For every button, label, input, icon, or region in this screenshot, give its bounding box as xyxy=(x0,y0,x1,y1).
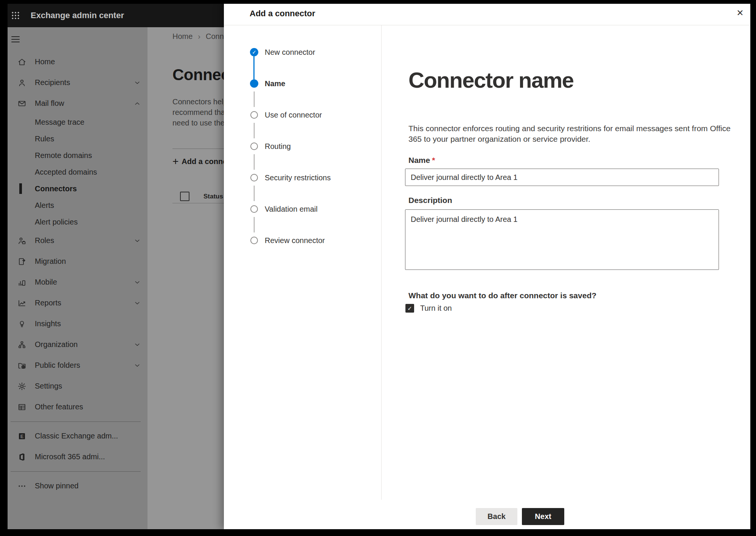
sidebar-item-classic-exchange-adm[interactable]: EClassic Exchange adm... xyxy=(8,426,147,446)
connector-description-input[interactable] xyxy=(405,209,719,270)
name-field-label: Name* xyxy=(408,156,435,165)
mail-flow-icon xyxy=(17,99,26,108)
step-label-security-restrictions[interactable]: Security restrictions xyxy=(265,172,331,183)
chevron-down-icon xyxy=(134,79,141,86)
breadcrumb-home-link[interactable]: Home xyxy=(172,32,192,40)
sidebar-item-roles[interactable]: Roles xyxy=(8,230,147,251)
public-folders-icon xyxy=(17,361,26,370)
select-all-checkbox[interactable] xyxy=(180,192,189,201)
step-connector-line xyxy=(253,56,255,79)
wizard-divider xyxy=(381,25,382,500)
after-save-question: What do you want to do after connector i… xyxy=(408,291,596,300)
settings-icon xyxy=(17,382,26,391)
sidebar-item-accepted-domains[interactable]: Accepted domains xyxy=(8,164,147,180)
step-circle-routing[interactable] xyxy=(250,143,258,150)
step-connector-line xyxy=(254,217,255,232)
roles-icon xyxy=(17,236,26,245)
sidebar-item-label: Migration xyxy=(35,257,66,266)
chevron-down-icon xyxy=(134,341,141,348)
sidebar-item-label: Reports xyxy=(35,299,61,307)
sidebar-item-mobile[interactable]: Mobile xyxy=(8,272,147,293)
turn-it-on-checkbox[interactable]: ✓ xyxy=(405,304,414,313)
step-circle-name[interactable] xyxy=(250,79,258,88)
sidebar-item-connectors[interactable]: Connectors xyxy=(8,180,147,197)
step-circle-validation-email[interactable] xyxy=(250,205,258,213)
exchange-admin-page: Exchange admin center HomeRecipientsMail… xyxy=(8,4,750,529)
sidebar-item-home[interactable]: Home xyxy=(8,51,147,72)
sidebar-item-mail-flow[interactable]: Mail flow xyxy=(8,93,147,114)
step-label-name[interactable]: Name xyxy=(265,78,285,89)
sidebar-item-label: Roles xyxy=(35,236,54,245)
screenshot-root: Exchange admin center HomeRecipientsMail… xyxy=(0,0,756,536)
sidebar-item-reports[interactable]: Reports xyxy=(8,293,147,313)
mobile-icon xyxy=(17,278,26,287)
connector-name-input[interactable] xyxy=(405,169,719,186)
sidebar-item-organization[interactable]: Organization xyxy=(8,334,147,355)
sidebar: HomeRecipientsMail flowMessage traceRule… xyxy=(8,27,147,529)
sidebar-item-remote-domains[interactable]: Remote domains xyxy=(8,147,147,164)
sidebar-item-public-folders[interactable]: Public folders xyxy=(8,355,147,376)
step-label-routing[interactable]: Routing xyxy=(265,141,291,152)
sidebar-item-alerts[interactable]: Alerts xyxy=(8,197,147,214)
hamburger-icon[interactable] xyxy=(10,34,21,45)
step-circle-new-connector-check-icon[interactable]: ✓ xyxy=(250,48,258,56)
sidebar-divider xyxy=(8,467,147,476)
step-label-use-of-connector[interactable]: Use of connector xyxy=(265,110,322,120)
sidebar-item-other-features[interactable]: Other features xyxy=(8,397,147,417)
sidebar-item-label: Microsoft 365 admi... xyxy=(35,452,105,461)
step-label-validation-email[interactable]: Validation email xyxy=(265,204,318,214)
step-connector-line xyxy=(254,91,255,107)
sidebar-item-show-pinned[interactable]: Show pinned xyxy=(8,476,147,496)
home-icon xyxy=(17,57,26,67)
required-asterisk: * xyxy=(432,156,435,164)
table-header-divider xyxy=(172,203,224,203)
status-column-header[interactable]: Status xyxy=(203,193,223,200)
sidebar-divider xyxy=(8,417,147,426)
other-features-icon xyxy=(17,403,26,412)
step-description: This connector enforces routing and secu… xyxy=(408,123,732,144)
sidebar-item-label: Remote domains xyxy=(35,151,92,160)
step-label-review-connector[interactable]: Review connector xyxy=(265,235,325,246)
turn-it-on-label: Turn it on xyxy=(420,304,452,313)
dialog-header-divider xyxy=(224,25,750,25)
sidebar-item-settings[interactable]: Settings xyxy=(8,376,147,397)
step-connector-line xyxy=(254,186,255,201)
next-button[interactable]: Next xyxy=(522,508,564,525)
sidebar-nav: HomeRecipientsMail flowMessage traceRule… xyxy=(8,51,147,496)
sidebar-item-migration[interactable]: Migration xyxy=(8,251,147,272)
organization-icon xyxy=(17,340,26,349)
step-label-new-connector[interactable]: New connector xyxy=(265,47,315,57)
chevron-down-icon xyxy=(134,279,141,286)
app-launcher-icon[interactable] xyxy=(11,11,20,20)
sidebar-item-label: Classic Exchange adm... xyxy=(35,432,118,440)
sidebar-item-label: Accepted domains xyxy=(35,168,97,177)
sidebar-item-microsoft-365-admi[interactable]: Microsoft 365 admi... xyxy=(8,446,147,467)
sidebar-item-alert-policies[interactable]: Alert policies xyxy=(8,214,147,230)
sidebar-item-label: Connectors xyxy=(35,184,77,193)
step-circle-security-restrictions[interactable] xyxy=(250,174,258,181)
sidebar-item-label: Rules xyxy=(35,135,54,143)
sidebar-item-label: Alert policies xyxy=(35,218,78,226)
sidebar-item-message-trace[interactable]: Message trace xyxy=(8,114,147,130)
sidebar-item-label: Settings xyxy=(35,382,62,390)
plus-icon: + xyxy=(172,156,179,167)
back-button[interactable]: Back xyxy=(476,508,517,525)
step-circle-review-connector[interactable] xyxy=(250,237,258,244)
chevron-up-icon xyxy=(134,100,141,107)
sidebar-item-label: Home xyxy=(35,57,55,66)
sidebar-item-label: Insights xyxy=(35,319,61,328)
sidebar-item-insights[interactable]: Insights xyxy=(8,313,147,334)
step-heading: Connector name xyxy=(408,69,574,91)
classic-exchange-icon: E xyxy=(17,432,26,441)
app-title: Exchange admin center xyxy=(31,4,124,27)
chevron-down-icon xyxy=(134,237,141,244)
close-icon[interactable]: ✕ xyxy=(734,6,747,19)
sidebar-item-recipients[interactable]: Recipients xyxy=(8,72,147,93)
recipients-icon xyxy=(17,78,26,87)
intro-line: recommend that xyxy=(172,108,227,117)
sidebar-item-label: Recipients xyxy=(35,78,70,87)
description-field-label: Description xyxy=(408,196,452,205)
reports-icon xyxy=(17,299,26,308)
step-circle-use-of-connector[interactable] xyxy=(250,111,258,119)
sidebar-item-rules[interactable]: Rules xyxy=(8,130,147,147)
